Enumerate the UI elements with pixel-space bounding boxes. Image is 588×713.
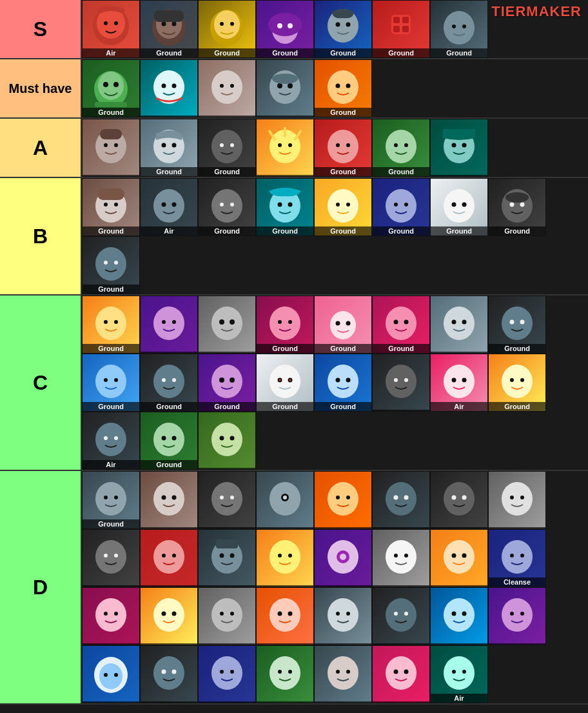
char-d-26[interactable] [140,645,198,703]
tier-row-c: C Ground [0,296,588,471]
char-c-2[interactable] [140,296,198,354]
char-d-6[interactable] [372,471,430,529]
char-b-1[interactable]: Ground [82,178,140,236]
char-c-6[interactable]: Ground [372,296,430,354]
char-c-13[interactable]: Ground [314,354,372,412]
char-d-4[interactable] [256,471,314,529]
char-d-12[interactable] [256,529,314,587]
char-d-16[interactable]: Cleanse [488,529,546,587]
char-d-18[interactable] [140,587,198,645]
char-s-3[interactable]: Ground [198,0,256,58]
svg-point-206 [104,612,108,616]
char-a-1[interactable] [82,119,140,177]
char-a-2[interactable]: Ground [140,119,198,177]
svg-point-72 [153,189,184,223]
char-c-7[interactable] [430,296,488,354]
char-d-9[interactable] [82,529,140,587]
svg-point-63 [394,143,398,147]
char-d-24[interactable] [488,587,546,645]
char-c-12[interactable]: Ground [256,354,314,412]
char-d-28[interactable] [256,645,314,703]
char-s-2[interactable]: Ground [140,0,198,58]
char-d-1[interactable]: Ground [82,471,140,529]
char-d-11[interactable] [198,529,256,587]
char-s-6[interactable]: Ground [372,0,430,58]
char-d-27-label [199,701,255,703]
tier-content-must: Ground [81,59,588,117]
char-b-9[interactable]: Ground [82,236,140,294]
char-c-9[interactable]: Ground [82,354,140,412]
char-d-2[interactable] [140,471,198,529]
char-d-8[interactable] [488,471,546,529]
char-must-5[interactable]: Ground [314,59,372,117]
char-c-5[interactable]: Ground [314,296,372,354]
char-d-27[interactable] [198,645,256,703]
char-must-2[interactable] [140,59,198,117]
char-a-6[interactable]: Ground [372,119,430,177]
char-d-13[interactable] [314,529,372,587]
char-c-1[interactable]: Ground [82,296,140,354]
char-s-7[interactable]: Ground [430,0,488,58]
char-b-5[interactable]: Ground [314,178,372,236]
char-c-3[interactable] [198,296,256,354]
char-c-17[interactable]: Air [82,412,140,470]
char-d-14[interactable] [372,529,430,587]
char-d-21[interactable] [314,587,372,645]
svg-point-113 [394,319,398,324]
char-d-23[interactable] [430,587,488,645]
svg-point-79 [278,202,282,206]
svg-point-247 [394,669,398,674]
char-d-22[interactable] [372,587,430,645]
char-d-7[interactable] [430,471,488,529]
svg-point-99 [114,320,118,324]
char-c-18[interactable]: Ground [140,412,198,470]
char-s-4[interactable]: Ground [256,0,314,58]
svg-point-101 [162,320,166,324]
char-b-4[interactable]: Ground [256,178,314,236]
char-s-1[interactable]: Air [82,0,140,58]
svg-point-97 [95,306,126,340]
svg-point-76 [220,203,224,206]
char-c-16[interactable]: Ground [488,354,546,412]
char-c-8[interactable]: Ground [488,296,546,354]
char-must-4[interactable] [256,59,314,117]
char-b-7[interactable]: Ground [430,178,488,236]
char-c-10[interactable]: Ground [140,354,198,412]
svg-point-190 [270,540,300,574]
char-a-5[interactable]: Ground [314,119,372,177]
char-c-15[interactable]: Air [430,354,488,412]
svg-point-14 [268,13,302,36]
svg-point-60 [336,143,340,147]
char-d-15[interactable] [430,529,488,587]
char-d-20[interactable] [256,587,314,645]
char-d-3-label [199,527,255,528]
svg-point-221 [394,612,398,616]
char-d-25[interactable] [82,645,140,703]
svg-point-198 [404,554,408,557]
char-a-4[interactable] [256,119,314,177]
char-d-5[interactable] [314,471,372,529]
char-b-6[interactable]: Ground [372,178,430,236]
char-b-8[interactable]: Ground [488,178,546,236]
svg-point-38 [230,84,234,88]
char-b-2[interactable]: Air [140,178,198,236]
char-b-3[interactable]: Ground [198,178,256,236]
char-d-19[interactable] [198,587,256,645]
char-a-7[interactable] [430,119,488,177]
char-a-3[interactable]: Ground [198,119,256,177]
char-must-3[interactable] [198,59,256,117]
char-d-10[interactable] [140,529,198,587]
char-c-14[interactable] [372,354,430,412]
char-s-5[interactable]: Ground [314,0,372,58]
char-c-19[interactable] [198,412,256,470]
char-d-31[interactable]: Air [430,645,488,703]
char-d-29[interactable] [314,645,372,703]
svg-point-183 [153,540,184,574]
char-must-1[interactable]: Ground [82,59,140,117]
char-d-30[interactable] [372,645,430,703]
char-d-3[interactable] [198,471,256,529]
char-d-17[interactable] [82,587,140,645]
char-c-4[interactable]: Ground [256,296,314,354]
char-c-11[interactable]: Ground [198,354,256,412]
svg-point-199 [444,540,475,574]
